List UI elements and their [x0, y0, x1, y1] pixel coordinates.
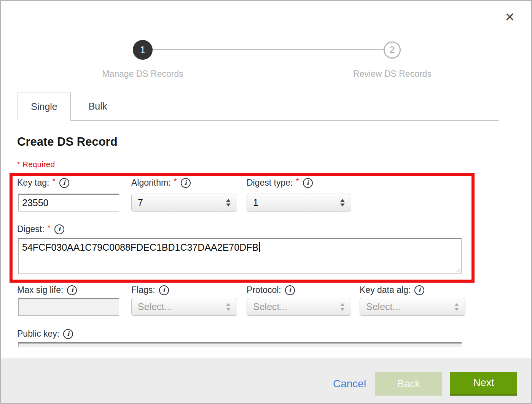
key-tag-label: Key tag: [17, 178, 49, 188]
protocol-label-row: Protocol: i [247, 285, 295, 295]
digest-label: Digest: [17, 224, 45, 234]
algorithm-select[interactable]: 7 [131, 194, 237, 212]
required-note: * Required [17, 160, 55, 169]
tab-bulk[interactable]: Bulk [71, 92, 125, 121]
step-2-circle: 2 [384, 41, 401, 59]
step-2-label: Review DS Records [353, 69, 432, 79]
info-icon[interactable]: i [54, 224, 64, 234]
page-title: Create DS Record [17, 135, 118, 149]
select-arrows-icon [226, 303, 231, 311]
protocol-select[interactable]: Select... [247, 298, 351, 316]
select-arrows-icon [340, 199, 345, 207]
next-button[interactable]: Next [450, 372, 517, 396]
key-tag-input[interactable]: 23550 [18, 194, 119, 212]
create-ds-record-dialog: ✕ 1 2 Manage DS Records Review DS Record… [0, 0, 532, 404]
info-icon[interactable]: i [67, 285, 77, 295]
algorithm-label-row: Algorithm: * i [131, 178, 191, 188]
step-1-circle: 1 [133, 40, 153, 60]
protocol-label: Protocol: [247, 285, 281, 295]
cancel-button[interactable]: Cancel [333, 378, 366, 390]
key-tag-label-row: Key tag: * i [17, 178, 69, 188]
protocol-value: Select... [253, 301, 287, 312]
key-tag-value: 23550 [22, 197, 49, 208]
tab-underline [18, 120, 499, 121]
info-icon[interactable]: i [285, 285, 295, 295]
tab-single[interactable]: Single [18, 92, 71, 121]
close-icon[interactable]: ✕ [505, 11, 515, 23]
algorithm-value: 7 [138, 197, 143, 208]
digest-label-row: Digest: * i [17, 224, 64, 234]
digest-type-label: Digest type: [247, 178, 293, 188]
digest-textarea[interactable]: 54FCF030AA1C79C0088FDEC1BD1C37DAA2E70DFB [18, 238, 462, 274]
back-button[interactable]: Back [375, 372, 442, 396]
required-asterisk: * [52, 177, 55, 186]
max-sig-life-label: Max sig life: [17, 285, 63, 295]
key-data-alg-value: Select... [366, 301, 400, 312]
info-icon[interactable]: i [414, 285, 424, 295]
algorithm-label: Algorithm: [131, 178, 171, 188]
info-icon[interactable]: i [59, 178, 69, 188]
public-key-label: Public key: [17, 329, 59, 339]
public-key-label-row: Public key: i [17, 329, 73, 339]
digest-type-value: 1 [253, 197, 258, 208]
max-sig-life-label-row: Max sig life: i [17, 285, 77, 295]
flags-label: Flags: [131, 285, 155, 295]
key-data-alg-label: Key data alg: [360, 285, 411, 295]
select-arrows-icon [340, 303, 345, 311]
select-arrows-icon [226, 199, 231, 207]
info-icon[interactable]: i [181, 178, 191, 188]
footer-bar: Cancel Back Next [1, 358, 531, 404]
required-asterisk: * [174, 177, 177, 186]
digest-type-select[interactable]: 1 [247, 194, 351, 212]
stepper-connector-line [153, 49, 384, 50]
max-sig-life-input[interactable] [18, 298, 119, 316]
flags-value: Select... [138, 301, 172, 312]
select-arrows-icon [454, 303, 459, 311]
key-data-alg-label-row: Key data alg: i [360, 285, 424, 295]
required-asterisk: * [296, 177, 299, 186]
flags-label-row: Flags: i [131, 285, 169, 295]
required-asterisk: * [48, 223, 51, 232]
digest-value: 54FCF030AA1C79C0088FDEC1BD1C37DAA2E70DFB [22, 242, 258, 253]
info-icon[interactable]: i [159, 285, 169, 295]
key-data-alg-select[interactable]: Select... [360, 298, 465, 316]
info-icon[interactable]: i [303, 178, 313, 188]
step-1-label: Manage DS Records [102, 69, 183, 79]
resize-grip-icon[interactable] [454, 266, 460, 272]
flags-select[interactable]: Select... [131, 298, 237, 316]
info-icon[interactable]: i [63, 329, 73, 339]
text-cursor [259, 242, 260, 252]
digest-type-label-row: Digest type: * i [247, 178, 313, 188]
public-key-textarea[interactable] [18, 342, 462, 347]
